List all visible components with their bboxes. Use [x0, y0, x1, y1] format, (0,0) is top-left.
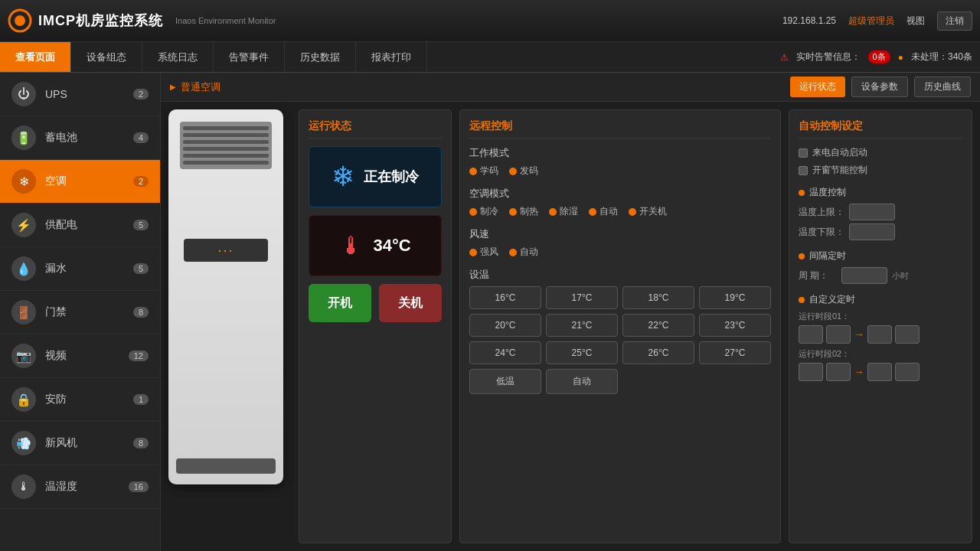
period01-m2[interactable]	[895, 325, 920, 344]
sidebar-item-security[interactable]: 🔒 安防 1	[0, 378, 160, 422]
temp-btn-low[interactable]: 低温	[469, 369, 541, 394]
period02-h1[interactable]	[799, 363, 823, 381]
temp-btn-19[interactable]: 19°C	[699, 286, 771, 309]
temp-btn-26[interactable]: 26°C	[622, 341, 694, 364]
sidebar-item-ups[interactable]: ⏻ UPS 2	[0, 73, 160, 116]
checkbox-window-energy[interactable]: 开窗节能控制	[799, 164, 962, 177]
checkbox-power-auto[interactable]: 来电自动启动	[799, 146, 962, 159]
wind-option-1[interactable]: 自动	[509, 246, 538, 259]
temp-control-section: 温度控制 温度上限： 温度下限：	[799, 186, 962, 240]
unhandled-label: 未处理：340条	[911, 51, 972, 64]
temp-btn-18[interactable]: 18°C	[622, 286, 694, 309]
power-off-button[interactable]: 关机	[379, 284, 442, 322]
radio-dot-0	[469, 168, 477, 175]
period02-m2[interactable]	[895, 363, 920, 381]
self-timer-title: 自定义定时	[799, 293, 962, 306]
ac-mode-2[interactable]: 除湿	[549, 205, 578, 218]
sidebar-item-video[interactable]: 📷 视频 12	[0, 334, 160, 378]
timer-section: 间隔定时 周 期： 小时	[799, 249, 962, 284]
breadcrumb: 普通空调	[170, 80, 220, 94]
user-display[interactable]: 超级管理员	[848, 15, 894, 28]
arrow-icon-1: →	[854, 328, 864, 341]
video-icon: 📷	[11, 344, 36, 368]
temp-btn-23[interactable]: 23°C	[699, 314, 771, 337]
temp-btn-21[interactable]: 21°C	[546, 314, 618, 337]
nav-item-report[interactable]: 报表打印	[356, 42, 427, 72]
history-curve-button[interactable]: 历史曲线	[914, 77, 971, 97]
set-temp-title: 设温	[469, 268, 771, 282]
content-toolbar: 运行状态 设备参数 历史曲线	[790, 77, 971, 97]
sidebar-label-ac: 空调	[45, 174, 124, 188]
vent-line-6	[183, 161, 269, 165]
sidebar-count-ups: 2	[133, 89, 149, 99]
ip-display: 192.168.1.25	[782, 15, 836, 26]
timer-unit: 小时	[892, 270, 909, 282]
remote-panel-title: 远程控制	[469, 119, 771, 139]
wind-option-0[interactable]: 强风	[469, 246, 498, 259]
timer-period-input[interactable]	[841, 267, 887, 284]
wind-title: 风速	[469, 227, 771, 241]
version-display[interactable]: 视图	[906, 15, 925, 28]
alert-icon: ⚠	[780, 52, 789, 63]
ac-mode-4[interactable]: 开关机	[629, 205, 667, 218]
sidebar-count-fan: 8	[133, 438, 149, 448]
nav-item-device[interactable]: 设备组态	[71, 42, 142, 72]
temp-btn-22[interactable]: 22°C	[622, 314, 694, 337]
nav-item-history[interactable]: 历史数据	[285, 42, 356, 72]
temp-btn-17[interactable]: 17°C	[546, 286, 618, 309]
temp-upper-label: 温度上限：	[799, 206, 844, 219]
ac-mode-0[interactable]: 制冷	[469, 205, 498, 218]
sidebar-item-temp[interactable]: 🌡 温湿度 16	[0, 465, 160, 509]
sidebar-item-water[interactable]: 💧 漏水 5	[0, 247, 160, 291]
ac-mode-label-4: 开关机	[639, 205, 667, 218]
temp-btn-16[interactable]: 16°C	[469, 286, 541, 309]
sidebar-item-fan[interactable]: 💨 新风机 8	[0, 422, 160, 465]
work-mode-option-1[interactable]: 发码	[509, 165, 538, 178]
temp-upper-input[interactable]	[849, 204, 895, 220]
thermometer-icon: 🌡	[339, 232, 364, 260]
sidebar-item-door[interactable]: 🚪 门禁 8	[0, 291, 160, 334]
sidebar-item-ac[interactable]: ❄ 空调 2	[0, 160, 160, 204]
period02-m1[interactable]	[826, 363, 851, 381]
sidebar-item-power[interactable]: ⚡ 供配电 5	[0, 204, 160, 247]
sidebar-item-battery[interactable]: 🔋 蓄电池 4	[0, 116, 160, 160]
header-right: 192.168.1.25 超级管理员 视图 注销	[782, 11, 972, 31]
nav-item-syslog[interactable]: 系统日志	[142, 42, 214, 72]
device-params-button[interactable]: 设备参数	[851, 77, 908, 97]
ac-mode-1[interactable]: 制热	[509, 205, 538, 218]
temp-btn-20[interactable]: 20°C	[469, 314, 541, 337]
alert-label: 实时告警信息：	[796, 51, 861, 64]
temp-lower-input[interactable]	[849, 223, 895, 240]
header: IMCP机房监控系统 Inaos Environment Monitor 192…	[0, 0, 980, 42]
work-mode-section: 工作模式 学码 发码	[469, 146, 771, 178]
temp-lower-label: 温度下限：	[799, 226, 844, 239]
temp-control-label: 温度控制	[809, 186, 846, 199]
r0	[469, 208, 477, 216]
period01-m1[interactable]	[826, 325, 851, 344]
power-icon: ⚡	[11, 213, 36, 237]
run-status-button[interactable]: 运行状态	[790, 77, 845, 97]
sidebar-label-water: 漏水	[45, 262, 124, 276]
temp-btn-24[interactable]: 24°C	[469, 341, 541, 364]
power-on-button[interactable]: 开机	[309, 284, 371, 322]
wind-group: 强风 自动	[469, 246, 771, 259]
ac-display-text: ···	[217, 243, 234, 259]
timer-label: 间隔定时	[809, 249, 846, 262]
period01-h1[interactable]	[799, 325, 823, 344]
nav-item-view[interactable]: 查看页面	[0, 42, 71, 72]
period01-h2[interactable]	[867, 325, 892, 344]
nav-item-alarm[interactable]: 告警事件	[214, 42, 285, 72]
period02-h2[interactable]	[867, 363, 892, 381]
auto-panel-title: 自动控制设定	[799, 119, 962, 139]
sidebar-count-ac: 2	[133, 176, 149, 187]
work-mode-option-0[interactable]: 学码	[469, 165, 498, 178]
temp-btn-auto[interactable]: 自动	[546, 369, 618, 394]
ac-mode-3[interactable]: 自动	[589, 205, 618, 218]
temp-btn-27[interactable]: 27°C	[699, 341, 771, 364]
period01-row: →	[799, 325, 962, 344]
ac-icon: ❄	[11, 169, 36, 194]
temp-btn-25[interactable]: 25°C	[546, 341, 618, 364]
logout-button[interactable]: 注销	[937, 11, 972, 31]
sidebar-label-video: 视频	[45, 349, 119, 363]
ups-icon: ⏻	[11, 82, 36, 106]
